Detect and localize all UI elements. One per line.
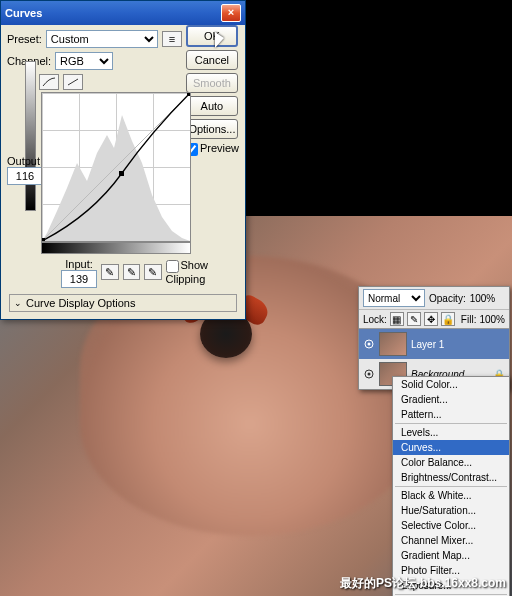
channel-select[interactable]: RGB bbox=[55, 52, 113, 70]
options-button[interactable]: Options... bbox=[186, 119, 238, 139]
curves-graph[interactable] bbox=[41, 92, 191, 242]
close-icon[interactable]: × bbox=[221, 4, 241, 22]
blend-mode-select[interactable]: Normal bbox=[363, 289, 425, 307]
svg-point-4 bbox=[368, 343, 371, 346]
menu-separator bbox=[395, 486, 507, 487]
menu-item[interactable]: Curves... bbox=[393, 440, 509, 455]
auto-button[interactable]: Auto bbox=[186, 96, 238, 116]
watermark-text: 最好的PS论坛-bbs.16xx8.com bbox=[340, 575, 506, 592]
preview-checkbox-label[interactable]: Preview bbox=[185, 142, 239, 156]
input-gradient-bar bbox=[41, 242, 191, 254]
curve-display-options-toggle[interactable]: ⌄ Curve Display Options bbox=[9, 294, 237, 312]
output-gradient-bar bbox=[25, 61, 36, 211]
opacity-label: Opacity: bbox=[429, 293, 466, 304]
smooth-button[interactable]: Smooth bbox=[186, 73, 238, 93]
gray-eyedropper-icon[interactable]: ✎ bbox=[123, 264, 141, 280]
menu-item[interactable]: Channel Mixer... bbox=[393, 533, 509, 548]
menu-separator bbox=[395, 423, 507, 424]
output-box: Output: bbox=[7, 155, 43, 185]
input-field[interactable] bbox=[61, 270, 97, 288]
fill-label: Fill: bbox=[461, 314, 477, 325]
adjustment-layer-menu: Solid Color...Gradient...Pattern...Level… bbox=[392, 376, 510, 596]
preset-select[interactable]: Custom bbox=[46, 30, 158, 48]
output-label: Output: bbox=[7, 155, 43, 167]
opacity-value: 100% bbox=[470, 293, 496, 304]
lock-position-icon[interactable]: ✥ bbox=[424, 312, 438, 326]
menu-item[interactable]: Pattern... bbox=[393, 407, 509, 422]
svg-rect-1 bbox=[42, 238, 45, 241]
visibility-icon[interactable] bbox=[363, 338, 375, 350]
svg-rect-2 bbox=[187, 93, 190, 96]
chevron-down-icon: ⌄ bbox=[14, 298, 22, 308]
menu-item[interactable]: Color Balance... bbox=[393, 455, 509, 470]
menu-item[interactable]: Hue/Saturation... bbox=[393, 503, 509, 518]
layer-thumbnail bbox=[379, 332, 407, 356]
layers-panel: Normal Opacity: 100% Lock: ▦ ✎ ✥ 🔒 Fill:… bbox=[358, 286, 510, 390]
button-column: OK Cancel Smooth Auto Options... Preview bbox=[185, 25, 239, 156]
ok-button[interactable]: OK bbox=[186, 25, 238, 47]
cancel-button[interactable]: Cancel bbox=[186, 50, 238, 70]
curves-dialog: Curves × OK Cancel Smooth Auto Options..… bbox=[0, 0, 246, 320]
curve-control-point bbox=[119, 171, 124, 176]
white-eyedropper-icon[interactable]: ✎ bbox=[144, 264, 162, 280]
lock-all-icon[interactable]: 🔒 bbox=[441, 312, 455, 326]
layer-row-active[interactable]: Layer 1 bbox=[359, 329, 509, 359]
curve-tool-icon[interactable] bbox=[39, 74, 59, 90]
layer-name: Layer 1 bbox=[411, 339, 444, 350]
pencil-tool-icon[interactable] bbox=[63, 74, 83, 90]
menu-item[interactable]: Gradient... bbox=[393, 392, 509, 407]
menu-item[interactable]: Solid Color... bbox=[393, 377, 509, 392]
lock-paint-icon[interactable]: ✎ bbox=[407, 312, 421, 326]
show-clipping-checkbox[interactable] bbox=[166, 260, 179, 273]
lock-label: Lock: bbox=[363, 314, 387, 325]
menu-item[interactable]: Levels... bbox=[393, 425, 509, 440]
lock-transparent-icon[interactable]: ▦ bbox=[390, 312, 404, 326]
svg-point-6 bbox=[368, 373, 371, 376]
menu-item[interactable]: Selective Color... bbox=[393, 518, 509, 533]
input-label: Input: bbox=[61, 258, 97, 270]
curve-line[interactable] bbox=[42, 93, 190, 241]
black-eyedropper-icon[interactable]: ✎ bbox=[101, 264, 119, 280]
output-field[interactable] bbox=[7, 167, 43, 185]
dialog-title: Curves bbox=[5, 7, 42, 19]
menu-item[interactable]: Brightness/Contrast... bbox=[393, 470, 509, 485]
menu-item[interactable]: Gradient Map... bbox=[393, 548, 509, 563]
visibility-icon[interactable] bbox=[363, 368, 375, 380]
preset-label: Preset: bbox=[7, 33, 42, 45]
menu-item[interactable]: Black & White... bbox=[393, 488, 509, 503]
fill-value: 100% bbox=[479, 314, 505, 325]
dialog-titlebar[interactable]: Curves × bbox=[1, 1, 245, 25]
show-clipping-label[interactable]: Show Clipping bbox=[166, 259, 239, 285]
svg-line-0 bbox=[42, 93, 190, 241]
menu-separator bbox=[395, 594, 507, 595]
preset-menu-icon[interactable]: ≡ bbox=[162, 31, 182, 47]
